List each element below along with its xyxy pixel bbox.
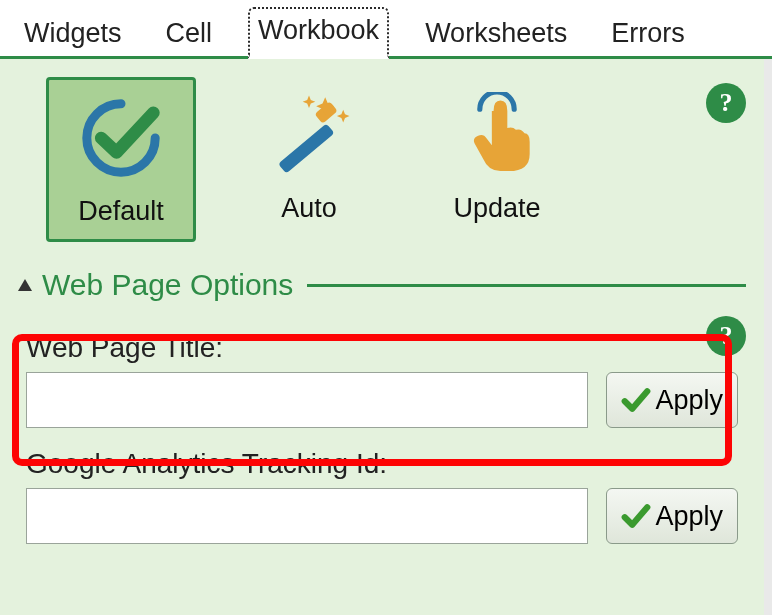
- web-page-title-field: Web Page Title: Apply: [18, 332, 746, 428]
- help-icon[interactable]: ?: [706, 83, 746, 123]
- checkmark-circle-icon: [61, 88, 181, 188]
- web-page-options-title: Web Page Options: [42, 268, 293, 302]
- divider: [307, 284, 746, 287]
- workbook-panel: Default Auto Update: [0, 59, 772, 615]
- auto-label: Auto: [281, 193, 337, 224]
- update-label: Update: [453, 193, 540, 224]
- field-input-row: Apply: [26, 488, 738, 544]
- apply-button[interactable]: Apply: [606, 372, 738, 428]
- help-glyph: ?: [720, 321, 733, 351]
- web-page-options-header[interactable]: Web Page Options: [18, 268, 746, 302]
- default-label: Default: [78, 196, 164, 227]
- help-glyph: ?: [720, 88, 733, 118]
- collapse-triangle-icon: [18, 279, 32, 291]
- ga-tracking-label: Google Analytics Tracking Id:: [26, 448, 738, 480]
- tab-errors[interactable]: Errors: [603, 12, 693, 59]
- update-button[interactable]: Update: [422, 77, 572, 236]
- checkmark-icon: [621, 501, 651, 531]
- help-icon[interactable]: ?: [706, 316, 746, 356]
- magic-wand-icon: [249, 85, 369, 185]
- web-page-title-label: Web Page Title:: [26, 332, 738, 364]
- ga-tracking-field: Google Analytics Tracking Id: Apply: [18, 448, 746, 544]
- tab-worksheets[interactable]: Worksheets: [417, 12, 575, 59]
- tab-widgets[interactable]: Widgets: [16, 12, 130, 59]
- ga-tracking-input[interactable]: [26, 488, 588, 544]
- default-button[interactable]: Default: [46, 77, 196, 242]
- tabs-row: Widgets Cell Workbook Worksheets Errors: [0, 0, 772, 59]
- auto-button[interactable]: Auto: [234, 77, 384, 236]
- field-input-row: Apply: [26, 372, 738, 428]
- apply-label: Apply: [655, 501, 723, 532]
- form-area: ? Web Page Title: Apply Google Analytics…: [18, 332, 746, 544]
- apply-button[interactable]: Apply: [606, 488, 738, 544]
- checkmark-icon: [621, 385, 651, 415]
- apply-label: Apply: [655, 385, 723, 416]
- tab-workbook[interactable]: Workbook: [248, 7, 389, 59]
- tab-cell[interactable]: Cell: [158, 12, 221, 59]
- touch-icon: [437, 85, 557, 185]
- toolbar: Default Auto Update: [18, 77, 746, 242]
- web-page-title-input[interactable]: [26, 372, 588, 428]
- svg-rect-0: [278, 123, 334, 173]
